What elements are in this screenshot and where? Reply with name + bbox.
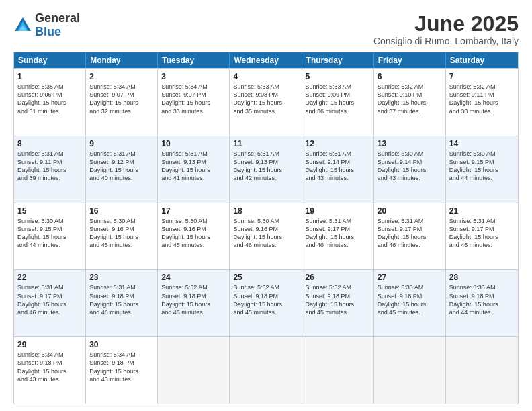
day-number: 14 [449,139,515,148]
day-info: Sunrise: 5:35 AM Sunset: 9:06 PM Dayligh… [17,83,82,116]
day-info: Sunrise: 5:31 AM Sunset: 9:18 PM Dayligh… [89,283,154,316]
table-row: 3Sunrise: 5:34 AM Sunset: 9:07 PM Daylig… [158,69,230,136]
table-row: 22Sunrise: 5:31 AM Sunset: 9:17 PM Dayli… [14,270,86,336]
day-number: 21 [449,206,515,216]
table-row: 19Sunrise: 5:31 AM Sunset: 9:17 PM Dayli… [302,203,374,270]
header-tuesday: Tuesday [158,52,230,68]
day-info: Sunrise: 5:31 AM Sunset: 9:13 PM Dayligh… [233,150,298,183]
title-area: June 2025 Consiglio di Rumo, Lombardy, I… [373,12,519,46]
day-number: 2 [89,72,154,81]
table-row: 9Sunrise: 5:31 AM Sunset: 9:12 PM Daylig… [86,136,158,203]
day-info: Sunrise: 5:31 AM Sunset: 9:12 PM Dayligh… [89,150,154,183]
table-row: 11Sunrise: 5:31 AM Sunset: 9:13 PM Dayli… [230,136,302,203]
table-row: 12Sunrise: 5:31 AM Sunset: 9:14 PM Dayli… [302,136,374,203]
day-info: Sunrise: 5:31 AM Sunset: 9:17 PM Dayligh… [378,217,442,250]
table-row [302,337,374,404]
day-number: 5 [306,72,370,81]
day-info: Sunrise: 5:30 AM Sunset: 9:16 PM Dayligh… [233,217,298,250]
day-info: Sunrise: 5:31 AM Sunset: 9:17 PM Dayligh… [449,217,515,250]
table-row: 7Sunrise: 5:32 AM Sunset: 9:11 PM Daylig… [446,69,518,136]
header-friday: Friday [374,52,446,68]
header-thursday: Thursday [302,52,374,68]
table-row: 10Sunrise: 5:31 AM Sunset: 9:13 PM Dayli… [158,136,230,203]
table-row: 5Sunrise: 5:33 AM Sunset: 9:09 PM Daylig… [302,69,374,136]
table-row [158,337,230,404]
table-row: 13Sunrise: 5:30 AM Sunset: 9:14 PM Dayli… [374,136,446,203]
day-number: 23 [89,273,154,282]
month-title: June 2025 [373,12,519,36]
table-row: 23Sunrise: 5:31 AM Sunset: 9:18 PM Dayli… [86,270,158,336]
table-row: 26Sunrise: 5:32 AM Sunset: 9:18 PM Dayli… [302,270,374,336]
table-row: 25Sunrise: 5:32 AM Sunset: 9:18 PM Dayli… [230,270,302,336]
day-info: Sunrise: 5:31 AM Sunset: 9:17 PM Dayligh… [306,217,370,250]
day-number: 18 [233,206,298,216]
day-info: Sunrise: 5:31 AM Sunset: 9:17 PM Dayligh… [17,283,82,316]
day-number: 20 [378,206,442,216]
day-info: Sunrise: 5:31 AM Sunset: 9:14 PM Dayligh… [306,150,370,183]
day-number: 27 [378,273,442,282]
day-number: 22 [17,273,82,282]
table-row: 17Sunrise: 5:30 AM Sunset: 9:16 PM Dayli… [158,203,230,270]
header-saturday: Saturday [446,52,518,68]
day-number: 9 [89,139,154,148]
table-row: 27Sunrise: 5:33 AM Sunset: 9:18 PM Dayli… [374,270,446,336]
day-info: Sunrise: 5:30 AM Sunset: 9:15 PM Dayligh… [17,217,82,250]
header-monday: Monday [86,52,158,68]
day-info: Sunrise: 5:32 AM Sunset: 9:18 PM Dayligh… [161,283,226,316]
day-number: 4 [233,72,298,81]
day-number: 8 [17,139,82,148]
day-info: Sunrise: 5:33 AM Sunset: 9:08 PM Dayligh… [233,83,298,116]
table-row: 4Sunrise: 5:33 AM Sunset: 9:08 PM Daylig… [230,69,302,136]
day-number: 7 [449,72,515,81]
day-info: Sunrise: 5:32 AM Sunset: 9:11 PM Dayligh… [449,83,515,116]
day-number: 6 [378,72,442,81]
day-number: 16 [89,206,154,216]
day-number: 12 [306,139,370,148]
day-info: Sunrise: 5:32 AM Sunset: 9:10 PM Dayligh… [378,83,442,116]
day-number: 13 [378,139,442,148]
table-row [230,337,302,404]
day-info: Sunrise: 5:30 AM Sunset: 9:14 PM Dayligh… [378,150,442,183]
calendar-week-1: 1Sunrise: 5:35 AM Sunset: 9:06 PM Daylig… [14,68,518,136]
location: Consiglio di Rumo, Lombardy, Italy [373,36,519,46]
day-number: 30 [89,340,154,349]
table-row: 24Sunrise: 5:32 AM Sunset: 9:18 PM Dayli… [158,270,230,336]
calendar-header: Sunday Monday Tuesday Wednesday Thursday… [14,52,518,68]
day-number: 15 [17,206,82,216]
day-info: Sunrise: 5:30 AM Sunset: 9:16 PM Dayligh… [89,217,154,250]
table-row: 1Sunrise: 5:35 AM Sunset: 9:06 PM Daylig… [14,69,86,136]
day-number: 19 [306,206,370,216]
table-row: 14Sunrise: 5:30 AM Sunset: 9:15 PM Dayli… [446,136,518,203]
calendar-week-4: 22Sunrise: 5:31 AM Sunset: 9:17 PM Dayli… [14,269,518,336]
day-number: 3 [161,72,226,81]
day-info: Sunrise: 5:34 AM Sunset: 9:18 PM Dayligh… [89,351,154,383]
day-info: Sunrise: 5:32 AM Sunset: 9:18 PM Dayligh… [233,283,298,316]
logo-text: General Blue [35,12,80,39]
day-number: 17 [161,206,226,216]
table-row: 15Sunrise: 5:30 AM Sunset: 9:15 PM Dayli… [14,203,86,270]
table-row: 21Sunrise: 5:31 AM Sunset: 9:17 PM Dayli… [446,203,518,270]
logo-general: General [35,12,80,26]
day-info: Sunrise: 5:34 AM Sunset: 9:07 PM Dayligh… [89,83,154,116]
day-number: 28 [449,273,515,282]
table-row [374,337,446,404]
calendar-week-5: 29Sunrise: 5:34 AM Sunset: 9:18 PM Dayli… [14,336,518,404]
calendar: Sunday Monday Tuesday Wednesday Thursday… [13,52,519,404]
table-row: 18Sunrise: 5:30 AM Sunset: 9:16 PM Dayli… [230,203,302,270]
day-info: Sunrise: 5:31 AM Sunset: 9:11 PM Dayligh… [17,150,82,183]
day-number: 26 [306,273,370,282]
table-row: 28Sunrise: 5:33 AM Sunset: 9:18 PM Dayli… [446,270,518,336]
day-number: 24 [161,273,226,282]
header-sunday: Sunday [14,52,86,68]
table-row: 29Sunrise: 5:34 AM Sunset: 9:18 PM Dayli… [14,337,86,404]
day-info: Sunrise: 5:34 AM Sunset: 9:07 PM Dayligh… [161,83,226,116]
logo: General Blue [13,12,80,39]
day-info: Sunrise: 5:33 AM Sunset: 9:09 PM Dayligh… [306,83,370,116]
table-row: 30Sunrise: 5:34 AM Sunset: 9:18 PM Dayli… [86,337,158,404]
day-info: Sunrise: 5:30 AM Sunset: 9:15 PM Dayligh… [449,150,515,183]
page: General Blue June 2025 Consiglio di Rumo… [0,0,532,411]
day-info: Sunrise: 5:33 AM Sunset: 9:18 PM Dayligh… [378,283,442,316]
day-number: 1 [17,72,82,81]
table-row: 16Sunrise: 5:30 AM Sunset: 9:16 PM Dayli… [86,203,158,270]
calendar-body: 1Sunrise: 5:35 AM Sunset: 9:06 PM Daylig… [14,68,518,404]
